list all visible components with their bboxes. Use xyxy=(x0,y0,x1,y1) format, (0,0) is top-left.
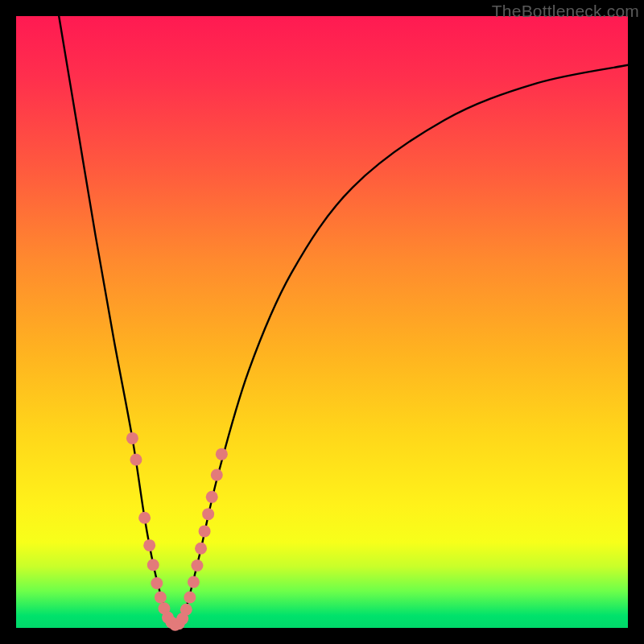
watermark-text: TheBottleneck.com xyxy=(492,2,639,21)
highlight-marker xyxy=(147,559,159,571)
bottleneck-curve xyxy=(59,16,628,625)
highlight-marker xyxy=(195,543,207,555)
highlight-marker xyxy=(202,508,214,520)
highlight-marker xyxy=(184,592,196,604)
highlight-marker xyxy=(216,448,228,460)
highlight-marker xyxy=(199,525,211,537)
highlight-marker xyxy=(206,491,218,503)
highlight-marker xyxy=(138,512,151,524)
highlight-marker xyxy=(191,559,203,572)
highlight-marker xyxy=(188,576,200,588)
highlight-marker xyxy=(126,432,138,444)
highlight-marker xyxy=(151,577,163,589)
highlight-marker xyxy=(155,592,167,604)
highlight-marker xyxy=(180,604,192,616)
chart-svg xyxy=(16,16,628,628)
highlight-markers xyxy=(126,432,228,631)
highlight-marker xyxy=(143,539,155,551)
highlight-marker xyxy=(130,454,142,466)
highlight-marker xyxy=(211,469,223,481)
